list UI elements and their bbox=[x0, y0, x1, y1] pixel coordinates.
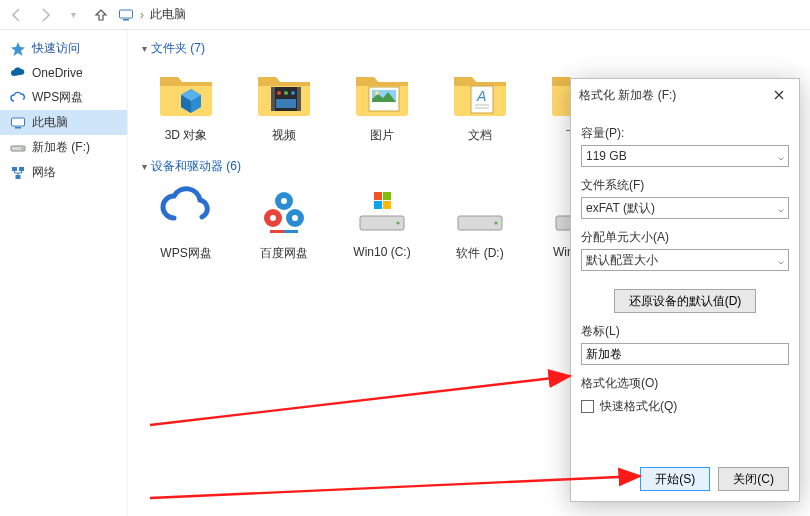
pc-icon bbox=[118, 7, 134, 23]
item-label: 3D 对象 bbox=[165, 127, 208, 144]
item-label: Win10 (C:) bbox=[353, 245, 410, 259]
svg-rect-33 bbox=[374, 192, 382, 200]
item-label: 百度网盘 bbox=[260, 245, 308, 262]
svg-point-26 bbox=[281, 198, 287, 204]
item-label: 视频 bbox=[272, 127, 296, 144]
svg-point-38 bbox=[494, 221, 497, 224]
drive-d[interactable]: 软件 (D:) bbox=[440, 183, 520, 262]
capacity-select[interactable]: 119 GB⌵ bbox=[581, 145, 789, 167]
svg-point-5 bbox=[22, 147, 24, 149]
sidebar-item-drive-f[interactable]: 新加卷 (F:) bbox=[0, 135, 127, 160]
item-label: 软件 (D:) bbox=[456, 245, 503, 262]
chevron-down-icon: ⌵ bbox=[778, 151, 784, 162]
sidebar-label: 网络 bbox=[32, 164, 56, 181]
alloc-value: 默认配置大小 bbox=[586, 252, 658, 269]
format-options-label: 格式化选项(O) bbox=[581, 375, 789, 392]
quick-format-checkbox[interactable] bbox=[581, 400, 594, 413]
svg-rect-36 bbox=[383, 201, 391, 209]
item-label: 图片 bbox=[370, 127, 394, 144]
svg-rect-34 bbox=[383, 192, 391, 200]
svg-rect-8 bbox=[16, 175, 21, 179]
filesystem-select[interactable]: exFAT (默认)⌵ bbox=[581, 197, 789, 219]
sidebar-label: WPS网盘 bbox=[32, 89, 83, 106]
alloc-label: 分配单元大小(A) bbox=[581, 229, 789, 246]
nav-forward[interactable] bbox=[34, 4, 56, 26]
restore-defaults-button[interactable]: 还原设备的默认值(D) bbox=[614, 289, 757, 313]
svg-rect-11 bbox=[297, 87, 301, 111]
svg-point-18 bbox=[375, 91, 379, 95]
chevron-down-icon: ⌵ bbox=[778, 255, 784, 266]
svg-point-27 bbox=[270, 215, 276, 221]
drive-c[interactable]: Win10 (C:) bbox=[342, 183, 422, 262]
sidebar-item-onedrive[interactable]: OneDrive bbox=[0, 61, 127, 85]
svg-rect-6 bbox=[12, 167, 17, 171]
filesystem-value: exFAT (默认) bbox=[586, 200, 655, 217]
start-button[interactable]: 开始(S) bbox=[640, 467, 710, 491]
nav-back[interactable] bbox=[6, 4, 28, 26]
svg-rect-10 bbox=[271, 87, 275, 111]
sidebar-label: 快速访问 bbox=[32, 40, 80, 57]
svg-text:A: A bbox=[476, 88, 486, 104]
folder-videos[interactable]: 视频 bbox=[244, 65, 324, 144]
volume-label-input[interactable] bbox=[581, 343, 789, 365]
svg-rect-1 bbox=[123, 19, 129, 21]
sidebar-item-this-pc[interactable]: 此电脑 bbox=[0, 110, 127, 135]
drive-baidu[interactable]: 百度网盘 bbox=[244, 183, 324, 262]
sidebar-label: OneDrive bbox=[32, 66, 83, 80]
sidebar-label: 此电脑 bbox=[32, 114, 68, 131]
item-label: 文档 bbox=[468, 127, 492, 144]
filesystem-label: 文件系统(F) bbox=[581, 177, 789, 194]
section-folders[interactable]: 文件夹 (7) bbox=[128, 36, 810, 61]
svg-point-14 bbox=[291, 91, 295, 95]
svg-point-28 bbox=[292, 215, 298, 221]
volume-label-label: 卷标(L) bbox=[581, 323, 789, 340]
close-icon[interactable] bbox=[767, 85, 791, 105]
close-button[interactable]: 关闭(C) bbox=[718, 467, 789, 491]
nav-recent[interactable]: ▾ bbox=[62, 4, 84, 26]
svg-rect-35 bbox=[374, 201, 382, 209]
folder-pictures[interactable]: 图片 bbox=[342, 65, 422, 144]
sidebar-label: 新加卷 (F:) bbox=[32, 139, 90, 156]
svg-rect-30 bbox=[284, 230, 298, 233]
quick-format-label: 快速格式化(Q) bbox=[600, 398, 677, 415]
svg-point-12 bbox=[277, 91, 281, 95]
svg-rect-7 bbox=[19, 167, 24, 171]
folder-3d-objects[interactable]: 3D 对象 bbox=[146, 65, 226, 144]
svg-rect-15 bbox=[276, 99, 296, 108]
svg-rect-2 bbox=[12, 118, 25, 126]
format-dialog: 格式化 新加卷 (F:) 容量(P): 119 GB⌵ 文件系统(F) exFA… bbox=[570, 78, 800, 502]
sidebar-item-network[interactable]: 网络 bbox=[0, 160, 127, 185]
alloc-select[interactable]: 默认配置大小⌵ bbox=[581, 249, 789, 271]
svg-point-32 bbox=[396, 221, 399, 224]
nav-up[interactable] bbox=[90, 4, 112, 26]
chevron-down-icon: ⌵ bbox=[778, 203, 784, 214]
svg-point-13 bbox=[284, 91, 288, 95]
folder-documents[interactable]: A 文档 bbox=[440, 65, 520, 144]
svg-rect-0 bbox=[120, 10, 133, 18]
capacity-value: 119 GB bbox=[586, 149, 627, 163]
sidebar-item-quick-access[interactable]: 快速访问 bbox=[0, 36, 127, 61]
drive-wps[interactable]: WPS网盘 bbox=[146, 183, 226, 262]
capacity-label: 容量(P): bbox=[581, 125, 789, 142]
sidebar-item-wps[interactable]: WPS网盘 bbox=[0, 85, 127, 110]
breadcrumb[interactable]: 此电脑 bbox=[150, 6, 186, 23]
sidebar: 快速访问 OneDrive WPS网盘 此电脑 新加卷 (F:) 网络 bbox=[0, 30, 128, 516]
svg-rect-3 bbox=[15, 127, 21, 129]
item-label: WPS网盘 bbox=[160, 245, 211, 262]
dialog-title: 格式化 新加卷 (F:) bbox=[579, 87, 676, 104]
